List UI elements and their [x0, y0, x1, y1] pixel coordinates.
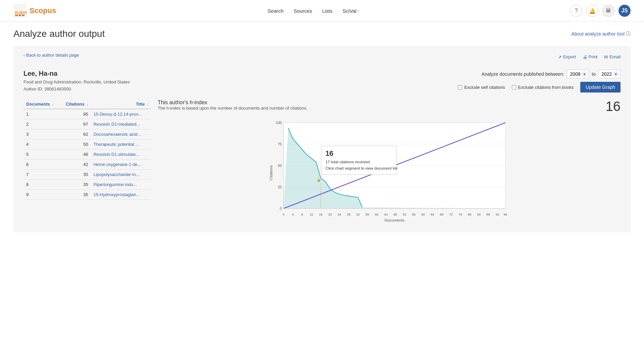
- svg-text:24: 24: [337, 213, 341, 216]
- export-label: Export: [563, 54, 576, 59]
- author-section: Lee, Ha-na Food and Drug Administration,…: [23, 70, 621, 93]
- svg-text:40: 40: [375, 213, 378, 216]
- svg-text:76: 76: [459, 213, 462, 216]
- print-btn[interactable]: 🖨 Print: [583, 54, 598, 60]
- svg-text:56: 56: [412, 213, 416, 216]
- sort-icon-0: ↓: [52, 103, 53, 106]
- main-nav: Search Sources Lists SciVal ›: [268, 8, 359, 14]
- chart-wrapper[interactable]: Citations 0 25 50 75 100 0 4: [158, 117, 621, 226]
- table-row: 4 50 Therapeutic potential ...: [23, 139, 151, 149]
- logo-text[interactable]: Scopus: [30, 6, 56, 15]
- help-icon: ?: [575, 8, 578, 14]
- svg-rect-4: [18, 15, 21, 16]
- back-link[interactable]: ‹ Back to author details page: [23, 53, 79, 58]
- to-year-wrapper[interactable]: 202220212020: [598, 70, 621, 78]
- bell-icon: 🔔: [589, 8, 596, 14]
- exclude-self-label[interactable]: Exclude self citations: [458, 85, 505, 90]
- svg-text:50: 50: [278, 164, 282, 168]
- notifications-btn[interactable]: 🔔: [586, 5, 598, 17]
- table-row: 9 35 15-Hydroxyprostaglan...: [23, 189, 151, 199]
- svg-text:48: 48: [393, 213, 397, 216]
- svg-text:Documents: Documents: [384, 218, 404, 222]
- nav-sources[interactable]: Sources: [293, 8, 312, 14]
- svg-text:4: 4: [292, 213, 294, 216]
- row-title[interactable]: Resolvin D1 stimulate...: [91, 149, 151, 159]
- h-index-title-area: This author's h-index The h-index is bas…: [158, 100, 308, 116]
- svg-text:72: 72: [449, 213, 453, 216]
- svg-text:25: 25: [278, 185, 282, 189]
- svg-text:20: 20: [328, 213, 332, 216]
- svg-text:96: 96: [503, 213, 507, 216]
- exclude-books-label[interactable]: Exclude citations from books: [512, 85, 574, 90]
- row-title[interactable]: 15-Hydroxyprostaglan...: [91, 189, 151, 199]
- author-id-row: Author ID: 38061483500: [23, 86, 130, 93]
- scopus-logo-icon: ELSEVIER: [13, 4, 27, 17]
- table-row: 2 67 Resolvin D1-mediated...: [23, 119, 151, 129]
- exclude-books-text: Exclude citations from books: [518, 85, 574, 90]
- from-year-select[interactable]: 200820092010 201120122013: [567, 70, 589, 78]
- email-label: Email: [609, 54, 621, 59]
- table-row: 6 42 Heme oxygenase-1 de...: [23, 159, 151, 169]
- to-year-select[interactable]: 202220212020: [598, 70, 621, 78]
- svg-text:80: 80: [468, 213, 472, 216]
- about-link-text: About analyze author tool: [571, 31, 625, 37]
- row-title[interactable]: Piperlongumine indu...: [91, 179, 151, 189]
- documents-table-container: Documents ↓ Citations ↓ Title ↓ 1 95 15-…: [23, 100, 151, 200]
- scival-arrow: ›: [358, 8, 359, 13]
- export-btn[interactable]: ↗ Export: [558, 54, 576, 60]
- institution-btn[interactable]: 🏛: [602, 5, 614, 17]
- nav-lists[interactable]: Lists: [322, 8, 332, 14]
- logo-area: ELSEVIER Scopus: [13, 4, 56, 17]
- table-row: 7 35 Lipopolysaccharide-In...: [23, 169, 151, 179]
- nav-search[interactable]: Search: [268, 8, 284, 14]
- row-num: 6: [23, 159, 60, 169]
- user-avatar[interactable]: JS: [619, 5, 631, 17]
- row-title[interactable]: Therapeutic potential ...: [91, 139, 151, 149]
- h-italic: h: [190, 100, 193, 105]
- table-row: 5 46 Resolvin D1 stimulate...: [23, 149, 151, 159]
- exclude-self-checkbox[interactable]: [458, 85, 462, 89]
- data-section: Documents ↓ Citations ↓ Title ↓ 1 95 15-…: [23, 100, 621, 226]
- header: ELSEVIER Scopus Search Sources Lists Sci…: [0, 0, 644, 22]
- svg-text:75: 75: [278, 142, 282, 146]
- row-title[interactable]: 15-Deoxy-Δ 12,14-pros...: [91, 109, 151, 119]
- svg-text:8: 8: [301, 213, 303, 216]
- col-title[interactable]: Title ↓: [91, 100, 151, 109]
- row-title[interactable]: Resolvin D1-mediated...: [91, 119, 151, 129]
- exclude-books-checkbox[interactable]: [512, 85, 516, 89]
- svg-text:12: 12: [310, 213, 313, 216]
- h-index-chart-svg[interactable]: Citations 0 25 50 75 100 0 4: [158, 117, 621, 225]
- svg-text:44: 44: [384, 213, 388, 216]
- row-title[interactable]: Heme oxygenase-1 de...: [91, 159, 151, 169]
- row-title[interactable]: Lipopolysaccharide-In...: [91, 169, 151, 179]
- about-link[interactable]: About analyze author tool ⓘ: [571, 31, 631, 37]
- author-id-label: Author ID:: [23, 86, 43, 92]
- col-documents[interactable]: Documents ↓: [23, 100, 60, 109]
- svg-text:64: 64: [431, 213, 434, 216]
- export-icon: ↗: [558, 54, 562, 60]
- row-citations: 42: [60, 159, 91, 169]
- row-num: 7: [23, 169, 60, 179]
- from-year-wrapper[interactable]: 200820092010 201120122013: [567, 70, 589, 78]
- row-title[interactable]: Docosahexaenoic acid...: [91, 129, 151, 139]
- row-citations: 35: [60, 189, 91, 199]
- svg-rect-3: [15, 15, 18, 16]
- col-citations[interactable]: Citations ↓: [60, 100, 91, 109]
- help-icon-btn[interactable]: ?: [570, 5, 582, 17]
- analyze-label: Analyze documents published between:: [482, 71, 565, 77]
- row-num: 3: [23, 129, 60, 139]
- nav-scival[interactable]: SciVal ›: [342, 8, 359, 14]
- h-index-subtitle: The h-index is based upon the number of …: [158, 106, 308, 111]
- row-num: 2: [23, 119, 60, 129]
- author-name: Lee, Ha-na: [23, 70, 130, 77]
- email-btn[interactable]: ✉ Email: [604, 54, 621, 60]
- update-graph-btn[interactable]: Update Graph: [580, 82, 621, 93]
- svg-text:68: 68: [440, 213, 443, 216]
- svg-text:100: 100: [276, 121, 282, 125]
- svg-rect-5: [22, 15, 24, 16]
- svg-text:16: 16: [325, 149, 333, 158]
- exclude-self-text: Exclude self citations: [464, 85, 505, 90]
- checkbox-row: Exclude self citations Exclude citations…: [458, 82, 621, 93]
- svg-text:28: 28: [347, 213, 351, 216]
- h-index-star-marker: ★: [316, 177, 321, 184]
